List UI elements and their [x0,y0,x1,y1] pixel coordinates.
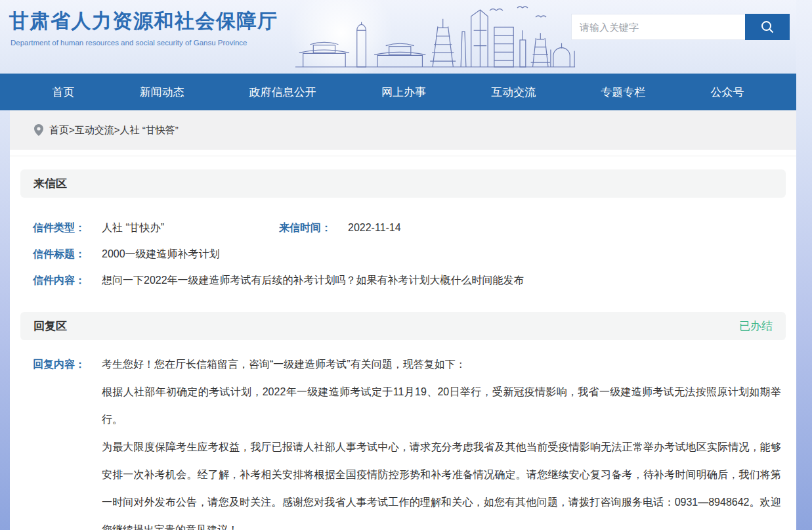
letter-section-header: 来信区 [20,169,786,198]
letter-row-subject: 信件标题： 2000一级建造师补考计划 [33,241,780,267]
site-wrapper: 甘肃省人力资源和社会保障厅 Department of human resour… [0,0,796,530]
search-button[interactable] [745,14,790,40]
breadcrumb-gap [10,150,796,156]
nav-item-online-services[interactable]: 网上办事 [376,85,431,100]
search-input[interactable] [571,14,745,40]
birds-icon [487,4,553,21]
letter-section-title: 来信区 [33,176,67,191]
site-title: 甘肃省人力资源和社会保障厅 [9,8,278,35]
reply-content: 考生您好！您在厅长信箱留言，咨询“一级建造师考试”有关问题，现答复如下： 根据人… [102,351,781,530]
nav-item-interaction[interactable]: 互动交流 [486,85,541,100]
site-brand: 甘肃省人力资源和社会保障厅 Department of human resour… [9,8,278,47]
letter-fields: 信件类型： 人社 “甘快办” 来信时间： 2022-11-14 信件标题： 20… [10,198,796,294]
content-sheet: 首页>互动交流>人社 “甘快答” 来信区 信件类型： 人社 “甘快办” 来信时间… [10,110,796,530]
reply-paragraph: 为最大限度保障考生应考权益，我厅已报请人社部人事考试中心，请求充分考虑我省及其他… [102,433,781,530]
letter-type-value: 人社 “甘快办” [102,221,279,235]
letter-date-label: 来信时间： [279,221,348,235]
letter-date-value: 2022-11-14 [348,222,401,234]
letter-row-content: 信件内容： 想问一下2022年一级建造师考试有后续的补考计划吗？如果有补考计划大… [33,267,780,294]
status-badge: 已办结 [739,319,773,334]
divider [10,156,796,156]
main-nav: 首页 新闻动态 政府信息公开 网上办事 互动交流 专题专栏 公众号 [0,74,796,110]
search-box [571,14,790,40]
breadcrumb-bar: 首页>互动交流>人社 “甘快答” [10,110,796,150]
nav-item-gov-info[interactable]: 政府信息公开 [244,85,322,100]
letter-content-label: 信件内容： [33,274,102,288]
letter-subject-value: 2000一级建造师补考计划 [102,248,220,261]
reply-paragraph: 根据人社部年初确定的考试计划，2022年一级建造师考试定于11月19、20日举行… [102,378,781,433]
reply-section: 回复区 已办结 回复内容： 考生您好！您在厅长信箱留言，咨询“一级建造师考试”有… [10,312,796,530]
nav-item-special-columns[interactable]: 专题专栏 [595,85,651,100]
letter-section: 来信区 信件类型： 人社 “甘快办” 来信时间： 2022-11-14 信件标题… [10,169,796,294]
nav-item-official-account[interactable]: 公众号 [705,85,749,100]
letter-row-type-date: 信件类型： 人社 “甘快办” 来信时间： 2022-11-14 [33,215,780,241]
reply-section-header: 回复区 已办结 [20,312,786,340]
search-icon [760,20,775,34]
reply-body: 回复内容： 考生您好！您在厅长信箱留言，咨询“一级建造师考试”有关问题，现答复如… [10,340,796,530]
reply-paragraph: 考生您好！您在厅长信箱留言，咨询“一级建造师考试”有关问题，现答复如下： [102,351,781,378]
reply-section-title: 回复区 [33,319,67,334]
letter-content-value: 想问一下2022年一级建造师考试有后续的补考计划吗？如果有补考计划大概什么时间能… [102,274,524,288]
reply-content-label: 回复内容： [33,351,102,530]
breadcrumb[interactable]: 首页>互动交流>人社 “甘快答” [49,124,179,137]
letter-type-label: 信件类型： [33,221,102,235]
location-pin-icon [34,124,43,136]
nav-item-news[interactable]: 新闻动态 [135,85,190,100]
site-subtitle: Department of human resources and social… [11,39,278,47]
site-header: 甘肃省人力资源和社会保障厅 Department of human resour… [0,0,796,74]
nav-item-home[interactable]: 首页 [47,85,80,100]
letter-subject-label: 信件标题： [33,248,102,261]
